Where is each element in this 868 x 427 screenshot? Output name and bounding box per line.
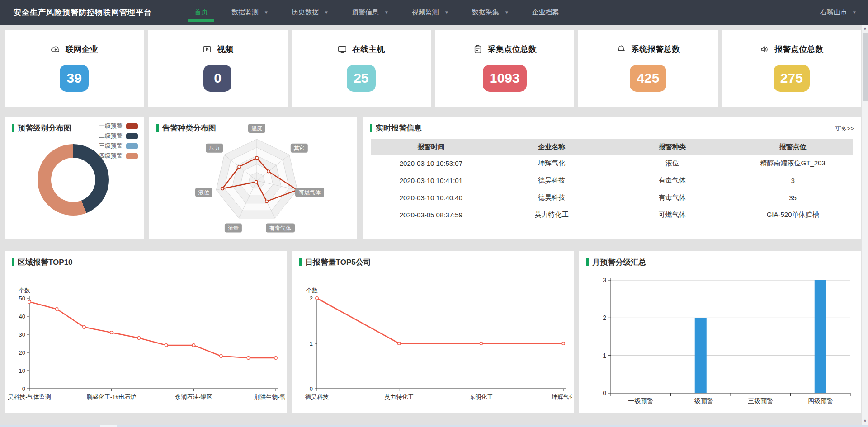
- svg-text:液位: 液位: [198, 189, 209, 196]
- donut-hole: [51, 158, 95, 202]
- monthly-warning-panel: 月预警分级汇总 0123一级预警二级预警三级预警四级预警: [579, 251, 861, 413]
- table-row[interactable]: 2020-03-10 10:40:40 德昊科技 有毒气体 35: [371, 189, 853, 206]
- legend-item: 二级预警: [99, 131, 138, 141]
- clipboard-icon: [473, 44, 483, 54]
- legend-label: 四级预警: [99, 152, 123, 160]
- scrollbar-thumb[interactable]: [863, 33, 868, 101]
- table-cell: 精醇南罐液位GT_203: [732, 155, 853, 172]
- daily-alarm-top5-panel: 日报警量TOP5公司 个数012德昊科技英力特化工东明化工坤辉气化: [292, 251, 574, 413]
- table-cell: 英力特化工: [491, 206, 612, 223]
- stat-card-video: 视频 0: [148, 30, 287, 107]
- speaker-icon: [760, 44, 769, 54]
- svg-text:英力特化工: 英力特化工: [384, 394, 414, 400]
- nav-item-label: 首页: [194, 8, 208, 17]
- stat-label: 视频: [217, 44, 233, 55]
- scroll-down-icon[interactable]: ∨: [862, 417, 868, 424]
- stat-card-connected-enterprises: 联网企业 39: [5, 30, 144, 107]
- svg-text:0: 0: [603, 389, 607, 397]
- chevron-down-icon: ▼: [264, 10, 269, 14]
- svg-text:温度: 温度: [251, 125, 262, 131]
- nav-item-data-monitoring[interactable]: 数据监测 ▼: [220, 0, 280, 25]
- svg-text:0: 0: [22, 385, 25, 392]
- nav-item-label: 数据采集: [472, 8, 499, 17]
- warning-level-panel: 预警级别分布图 一级预警 二级预警 三级预警 四级预警: [5, 117, 144, 239]
- chevron-down-icon: ▼: [324, 10, 329, 14]
- region-alarm-top10-panel: 区域报警TOP10 个数01020304050昊科技-气体监测鹏盛化工-1#电石…: [5, 251, 287, 413]
- svg-text:流量: 流量: [228, 225, 239, 231]
- legend-swatch: [126, 123, 138, 129]
- nav-item-label: 数据监测: [231, 8, 259, 17]
- legend-label: 一级预警: [99, 122, 123, 130]
- svg-text:东明化工: 东明化工: [469, 394, 493, 400]
- svg-text:德昊科技: 德昊科技: [305, 394, 329, 400]
- svg-text:1: 1: [603, 352, 607, 359]
- chevron-down-icon: ▼: [444, 10, 449, 14]
- chevron-down-icon: ▼: [852, 10, 857, 14]
- svg-text:个数: 个数: [19, 287, 30, 294]
- nav-item-enterprise-archive[interactable]: 企业档案: [520, 0, 571, 25]
- stat-badge: 275: [774, 65, 810, 92]
- table-header-cell: 报警时间: [371, 139, 491, 155]
- svg-text:0: 0: [309, 385, 312, 392]
- nav-item-data-collection[interactable]: 数据采集 ▼: [460, 0, 520, 25]
- svg-text:坤辉气化: 坤辉气化: [551, 394, 572, 400]
- legend-item: 一级预警: [99, 121, 138, 131]
- region-selector[interactable]: 石嘴山市 ▼: [820, 8, 856, 17]
- table-cell: GIA-520单体贮槽: [732, 206, 853, 223]
- nav-item-video-monitoring[interactable]: 视频监测 ▼: [400, 0, 460, 25]
- stat-card-alarm-points: 报警点位总数 275: [722, 30, 861, 107]
- nav-item-warning-info[interactable]: 预警信息 ▼: [340, 0, 400, 25]
- legend-item: 三级预警: [99, 141, 138, 151]
- table-cell: 德昊科技: [491, 189, 612, 206]
- stat-badge: 1093: [483, 65, 527, 92]
- region-label: 石嘴山市: [820, 8, 847, 17]
- legend-item: 四级预警: [99, 151, 138, 161]
- svg-text:10: 10: [19, 367, 25, 374]
- cloud-upload-icon: [51, 44, 61, 54]
- svg-text:荆洪生物-氧化反: 荆洪生物-氧化反: [254, 394, 285, 400]
- svg-text:三级预警: 三级预警: [748, 397, 774, 404]
- stat-card-online-hosts: 在线主机 25: [292, 30, 431, 107]
- table-cell: 35: [732, 189, 853, 206]
- legend-label: 三级预警: [99, 142, 123, 150]
- table-cell: 2020-03-10 10:53:07: [371, 155, 491, 172]
- svg-text:压力: 压力: [209, 145, 220, 151]
- nav-item-label: 企业档案: [532, 8, 559, 17]
- nav-item-history-data[interactable]: 历史数据 ▼: [280, 0, 340, 25]
- table-row[interactable]: 2020-03-05 08:37:59 英力特化工 可燃气体 GIA-520单体…: [371, 206, 853, 223]
- stat-label: 联网企业: [66, 44, 98, 55]
- table-cell: 有毒气体: [612, 189, 733, 206]
- svg-text:1: 1: [309, 340, 312, 347]
- legend-label: 二级预警: [99, 132, 123, 140]
- stat-card-collection-points: 采集点位总数 1093: [435, 30, 574, 107]
- table-cell: 液位: [612, 155, 733, 172]
- video-icon: [202, 44, 212, 54]
- more-link[interactable]: 更多>>: [835, 125, 854, 133]
- nav-item-label: 预警信息: [352, 8, 379, 17]
- svg-text:40: 40: [19, 313, 25, 320]
- table-cell: 2020-03-05 08:37:59: [371, 206, 491, 223]
- nav-item-label: 视频监测: [412, 8, 439, 17]
- stat-label: 报警点位总数: [774, 44, 823, 55]
- vertical-scrollbar[interactable]: ∧ ∨: [862, 25, 868, 427]
- svg-text:一级预警: 一级预警: [628, 397, 654, 404]
- alarm-type-panel: 告警种类分布图 温度其它可燃气体有毒气体流量液位压力: [149, 117, 357, 239]
- svg-text:20: 20: [19, 349, 25, 356]
- realtime-alarm-panel: 实时报警信息 更多>> 报警时间 企业名称 报警种类 报警点位 2020-03-…: [363, 117, 861, 239]
- svg-text:30: 30: [19, 331, 25, 338]
- table-header-cell: 报警点位: [732, 139, 853, 155]
- svg-text:二级预警: 二级预警: [688, 397, 713, 404]
- daily-alarm-top5-chart: 个数012德昊科技英力特化工东明化工坤辉气化: [292, 251, 572, 413]
- stat-label: 系统报警总数: [631, 44, 680, 55]
- middle-row: 预警级别分布图 一级预警 二级预警 三级预警 四级预警: [5, 117, 861, 239]
- table-header-cell: 企业名称: [491, 139, 612, 155]
- taskbar-edge: [0, 425, 868, 427]
- chevron-down-icon: ▼: [384, 10, 389, 14]
- nav-item-home[interactable]: 首页: [183, 0, 220, 25]
- scroll-up-icon[interactable]: ∧: [862, 25, 868, 32]
- stat-badge: 25: [347, 65, 375, 92]
- table-row[interactable]: 2020-03-10 10:41:01 德昊科技 有毒气体 3: [371, 172, 853, 189]
- stat-badge: 425: [630, 65, 666, 92]
- table-row[interactable]: 2020-03-10 10:53:07 坤辉气化 液位 精醇南罐液位GT_203: [371, 155, 853, 172]
- legend-swatch: [126, 153, 138, 159]
